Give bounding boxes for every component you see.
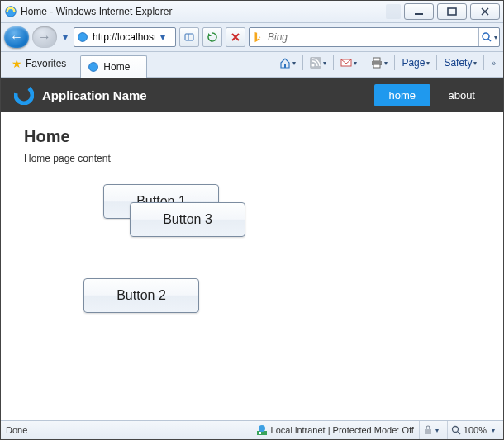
status-bar: Done Local intranet | Protected Mode: Of… bbox=[1, 420, 503, 439]
print-tool[interactable]: ▾ bbox=[368, 54, 390, 71]
svg-point-17 bbox=[14, 85, 34, 105]
favorites-label: Favorites bbox=[26, 58, 66, 69]
page-menu[interactable]: Page▾ bbox=[399, 54, 432, 71]
safety-menu[interactable]: Safety▾ bbox=[441, 54, 479, 71]
refresh-button[interactable] bbox=[202, 27, 222, 47]
zone-icon bbox=[256, 424, 268, 436]
page-icon bbox=[77, 31, 88, 43]
tab-home[interactable]: Home bbox=[80, 55, 147, 78]
tab-label: Home bbox=[103, 61, 130, 73]
app-header: Application Name home about bbox=[1, 78, 503, 112]
svg-point-7 bbox=[483, 33, 489, 40]
minimize-button[interactable] bbox=[404, 3, 434, 20]
svg-rect-21 bbox=[425, 429, 431, 434]
tab-bar: ★ Favorites Home ▾ ▾ ▾ ▾ Page▾ Safety▾ » bbox=[1, 52, 503, 78]
mail-tool[interactable]: ▾ bbox=[338, 54, 359, 71]
back-button[interactable]: ← bbox=[4, 26, 29, 48]
svg-point-12 bbox=[312, 64, 315, 67]
svg-rect-10 bbox=[284, 64, 286, 68]
svg-rect-3 bbox=[448, 8, 456, 15]
svg-rect-16 bbox=[373, 64, 380, 68]
app-nav: home about bbox=[374, 84, 490, 106]
zone-label: Local intranet | Protected Mode: Off bbox=[271, 425, 414, 435]
bing-icon bbox=[252, 31, 264, 43]
button-3[interactable]: Button 3 bbox=[130, 202, 245, 237]
close-button[interactable] bbox=[470, 3, 500, 20]
svg-rect-2 bbox=[415, 13, 423, 15]
window-titlebar: Home - Windows Internet Explorer bbox=[1, 1, 503, 23]
search-button[interactable]: ▾ bbox=[478, 28, 499, 46]
nav-home[interactable]: home bbox=[374, 84, 431, 106]
maximize-button[interactable] bbox=[437, 3, 467, 20]
address-bar: ← → ▾ ▾ ▾ bbox=[1, 23, 503, 52]
forward-button[interactable]: → bbox=[32, 26, 57, 48]
star-icon: ★ bbox=[12, 57, 22, 70]
address-dropdown[interactable]: ▾ bbox=[157, 31, 169, 43]
app-title: Application Name bbox=[42, 88, 374, 102]
address-input[interactable] bbox=[91, 31, 157, 44]
button-canvas: Button 1 Button 3 Button 2 bbox=[24, 181, 480, 346]
nav-history-dropdown[interactable]: ▾ bbox=[60, 31, 70, 43]
page-body: Home Home page content Button 1 Button 3… bbox=[1, 112, 503, 361]
page-viewport: Application Name home about Home Home pa… bbox=[1, 78, 503, 420]
svg-rect-6 bbox=[185, 34, 193, 40]
stop-button[interactable] bbox=[226, 27, 245, 47]
ie-icon bbox=[4, 5, 17, 18]
page-text: Home page content bbox=[24, 153, 480, 164]
favorites-button[interactable]: ★ Favorites bbox=[4, 53, 74, 74]
lock-icon bbox=[423, 425, 433, 435]
status-text: Done bbox=[6, 425, 27, 435]
overflow-chevron[interactable]: » bbox=[488, 54, 498, 71]
button-2[interactable]: Button 2 bbox=[83, 278, 199, 313]
search-field-wrap: ▾ bbox=[249, 27, 500, 47]
protected-mode-toggle[interactable]: ▾ bbox=[419, 421, 442, 439]
command-bar: ▾ ▾ ▾ ▾ Page▾ Safety▾ » bbox=[277, 54, 498, 71]
zoom-value: 100% bbox=[464, 425, 487, 435]
address-field-wrap: ▾ bbox=[74, 27, 176, 47]
compat-view-button[interactable] bbox=[179, 27, 199, 47]
zoom-icon bbox=[451, 425, 461, 435]
title-glyph bbox=[386, 4, 401, 19]
svg-rect-20 bbox=[259, 432, 261, 434]
zoom-control[interactable]: 100% ▾ bbox=[447, 421, 498, 439]
page-heading: Home bbox=[24, 127, 480, 146]
svg-point-22 bbox=[452, 427, 458, 433]
tab-page-icon bbox=[88, 61, 99, 73]
window-title: Home - Windows Internet Explorer bbox=[21, 6, 172, 17]
home-tool[interactable]: ▾ bbox=[277, 54, 298, 71]
app-logo-icon bbox=[14, 85, 34, 105]
security-zone[interactable]: Local intranet | Protected Mode: Off bbox=[256, 424, 414, 436]
svg-point-19 bbox=[259, 425, 265, 432]
feeds-tool[interactable]: ▾ bbox=[307, 54, 329, 71]
svg-rect-14 bbox=[373, 58, 380, 61]
nav-about[interactable]: about bbox=[433, 84, 490, 106]
search-input[interactable] bbox=[266, 31, 478, 43]
